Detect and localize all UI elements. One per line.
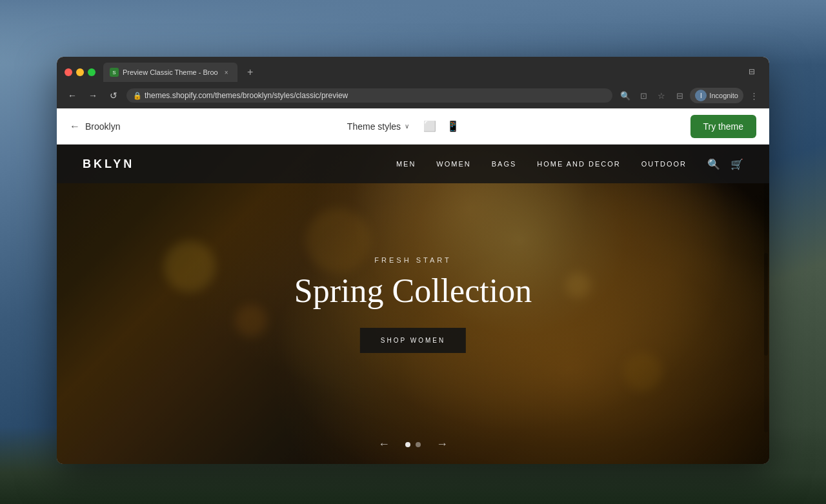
back-arrow-icon: ← <box>70 121 80 132</box>
address-text: themes.shopify.com/themes/brooklyn/style… <box>145 91 348 100</box>
store-nav-links: MEN WOMEN BAGS HOME AND DECOR OUTDOOR <box>396 160 687 168</box>
reload-button[interactable]: ↺ <box>106 88 121 103</box>
nav-link-home-decor[interactable]: HOME AND DECOR <box>537 160 620 168</box>
profile-button[interactable]: I Incognito <box>690 88 743 103</box>
mobile-view-button[interactable]: 📱 <box>443 116 463 137</box>
desktop-view-button[interactable]: ⬜ <box>419 116 440 137</box>
browser-tab-active[interactable]: S Preview Classic Theme - Broo × <box>103 63 237 82</box>
scrollbar-thumb[interactable] <box>764 253 768 355</box>
store-nav-icons: 🔍 🛒 <box>707 158 743 170</box>
split-icon[interactable]: ⊟ <box>672 88 687 103</box>
hero-content: FRESH START Spring Collection SHOP WOMEN <box>294 256 532 353</box>
tab-favicon: S <box>110 68 119 77</box>
browser-window: S Preview Classic Theme - Broo × + ⊟ ← → <box>57 57 769 464</box>
hero-cta-button[interactable]: SHOP WOMEN <box>360 328 466 353</box>
cart-icon[interactable]: 🛒 <box>730 158 743 170</box>
theme-styles-button[interactable]: Theme styles ∨ <box>347 121 409 132</box>
hero-section: BKLYN MEN WOMEN BAGS HOME AND DECOR OUTD… <box>57 145 769 464</box>
view-toggle: ⬜ 📱 <box>419 116 463 137</box>
cast-icon[interactable]: ⊡ <box>636 88 651 103</box>
carousel-prev-button[interactable]: ← <box>378 438 390 451</box>
preview-header: ← Brooklyn Theme styles ∨ ⬜ 📱 Try theme <box>57 108 769 145</box>
window-controls <box>65 68 96 76</box>
close-window-button[interactable] <box>65 68 72 76</box>
nav-link-women[interactable]: WOMEN <box>436 160 470 168</box>
store-nav: BKLYN MEN WOMEN BAGS HOME AND DECOR OUTD… <box>57 145 769 183</box>
lock-icon: 🔒 <box>133 92 142 100</box>
preview-header-center: Theme styles ∨ ⬜ 📱 <box>120 116 690 137</box>
hero-subtitle: FRESH START <box>294 256 532 264</box>
back-to-themes-button[interactable]: ← Brooklyn <box>70 121 120 132</box>
carousel-dot-2[interactable] <box>416 442 421 447</box>
store-name-label: Brooklyn <box>85 121 120 132</box>
profile-text: Incognito <box>709 92 738 99</box>
store-frame: BKLYN MEN WOMEN BAGS HOME AND DECOR OUTD… <box>57 145 769 464</box>
tab-bar: S Preview Classic Theme - Broo × + ⊟ <box>57 57 769 83</box>
nav-link-bags[interactable]: BAGS <box>492 160 517 168</box>
search-icon[interactable]: 🔍 <box>707 158 720 170</box>
browser-nav-bar: ← → ↺ 🔒 themes.shopify.com/themes/brookl… <box>57 83 769 108</box>
address-bar[interactable]: 🔒 themes.shopify.com/themes/brooklyn/sty… <box>126 88 612 103</box>
nav-right-icons: 🔍 ⊡ ☆ ⊟ I Incognito ⋮ <box>618 88 761 103</box>
try-theme-button[interactable]: Try theme <box>690 115 757 138</box>
browser-chrome: S Preview Classic Theme - Broo × + ⊟ ← → <box>57 57 769 108</box>
carousel-controls: ← → <box>57 438 769 451</box>
forward-button[interactable]: → <box>85 88 101 103</box>
carousel-next-button[interactable]: → <box>436 438 448 451</box>
mobile-icon: 📱 <box>447 120 459 132</box>
search-icon[interactable]: 🔍 <box>618 88 633 103</box>
minimize-all-button[interactable]: ⊟ <box>749 67 759 77</box>
hero-title: Spring Collection <box>294 272 532 310</box>
tab-close-button[interactable]: × <box>222 68 231 77</box>
mountain-top <box>0 0 826 65</box>
profile-avatar: I <box>695 90 707 101</box>
nav-link-men[interactable]: MEN <box>396 160 416 168</box>
back-button[interactable]: ← <box>65 88 80 103</box>
more-options-icon[interactable]: ⋮ <box>746 88 761 103</box>
maximize-window-button[interactable] <box>88 68 96 76</box>
carousel-dots <box>405 442 421 447</box>
nav-link-outdoor[interactable]: OUTDOOR <box>641 160 687 168</box>
preview-content: BKLYN MEN WOMEN BAGS HOME AND DECOR OUTD… <box>57 145 769 464</box>
carousel-dot-1[interactable] <box>405 442 410 447</box>
bookmark-icon[interactable]: ☆ <box>654 88 669 103</box>
store-logo: BKLYN <box>83 157 134 171</box>
tab-title: Preview Classic Theme - Broo <box>123 68 218 76</box>
theme-styles-label: Theme styles <box>347 121 401 132</box>
scrollbar[interactable] <box>764 177 768 432</box>
desktop-icon: ⬜ <box>423 120 436 132</box>
minimize-window-button[interactable] <box>76 68 84 76</box>
chevron-down-icon: ∨ <box>405 123 409 130</box>
new-tab-button[interactable]: + <box>243 65 258 80</box>
